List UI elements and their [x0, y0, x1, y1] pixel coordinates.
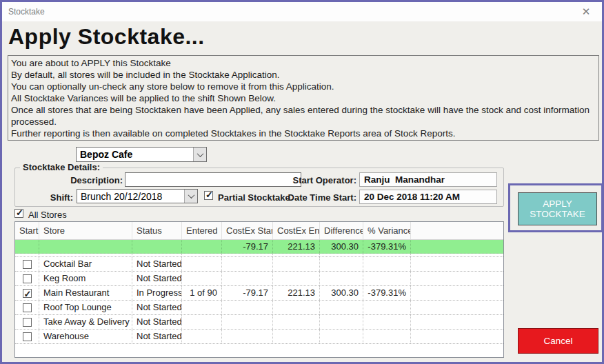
dropdown-arrow-button[interactable]: [193, 148, 206, 161]
description-input[interactable]: [125, 172, 301, 187]
store-variance: [363, 257, 411, 271]
store-entered: [182, 315, 222, 329]
close-icon[interactable]: ✕: [578, 5, 594, 19]
store-costex-start: -79.17: [222, 286, 273, 300]
intro-line: You are about to APPLY this Stocktake: [11, 57, 596, 69]
title-bar: Stocktake ✕: [2, 2, 602, 21]
venue-select-value: Bepoz Cafe: [77, 149, 193, 160]
date-time-start-value: 20 Dec 2018 11:20 AM: [359, 190, 497, 204]
column-header[interactable]: Entered: [182, 222, 222, 239]
all-stores-label: All Stores: [28, 210, 67, 220]
table-row[interactable]: Main Restaurant In Progress 1 of 90 -79.…: [15, 286, 503, 301]
store-name: Roof Top Lounge: [39, 301, 132, 314]
table-row[interactable]: Warehouse Not Started: [15, 330, 503, 344]
store-entered: 1 of 90: [182, 286, 222, 300]
store-costex-start: [222, 272, 273, 285]
store-costex-end: [273, 315, 320, 329]
store-start-checkbox[interactable]: [23, 274, 32, 283]
column-header[interactable]: % Variance: [363, 222, 411, 239]
partial-stocktake-checkbox[interactable]: [204, 191, 213, 200]
column-header[interactable]: Status: [132, 222, 182, 239]
window-title: Stocktake: [8, 7, 45, 17]
chevron-down-icon: [188, 192, 194, 199]
total-variance: -379.31%: [363, 240, 411, 253]
store-difference: [320, 272, 363, 285]
apply-stocktake-button[interactable]: APPLY STOCKTAKE: [518, 192, 597, 225]
store-status: Not Started: [132, 272, 182, 285]
all-stores-checkbox[interactable]: [14, 209, 23, 218]
description-label: Description:: [57, 175, 123, 185]
store-costex-start: [222, 330, 273, 343]
table-row[interactable]: Take Away & Delivery Not Started: [15, 315, 503, 330]
store-entered: [182, 330, 222, 343]
store-name: Keg Room: [39, 272, 132, 285]
shift-select[interactable]: Brunch 20/12/2018: [77, 189, 198, 203]
table-row[interactable]: Cocktail Bar Not Started: [15, 257, 503, 272]
store-costex-start: [222, 315, 273, 329]
column-header[interactable]: CostEx Start: [222, 222, 273, 239]
store-costex-end: [273, 272, 320, 285]
column-header[interactable]: CostEx End: [273, 222, 320, 239]
store-difference: [320, 315, 363, 329]
store-name: Warehouse: [39, 330, 132, 343]
partial-stocktake-label: Partial Stocktake: [218, 192, 290, 203]
store-costex-end: [273, 301, 320, 314]
store-start-checkbox[interactable]: [23, 260, 32, 269]
store-status: Not Started: [132, 257, 182, 271]
store-start-checkbox[interactable]: [23, 289, 32, 298]
intro-line: Once all stores that are being Stocktake…: [11, 104, 596, 128]
intro-line: You can optionally un-check any store be…: [11, 81, 596, 92]
store-difference: [320, 330, 363, 343]
stores-table: Start Store Status Entered CostEx Start …: [14, 221, 504, 358]
totals-row: -79.17 221.13 300.30 -379.31%: [15, 240, 503, 254]
store-variance: [363, 272, 411, 285]
store-variance: [363, 315, 411, 329]
dropdown-arrow-button[interactable]: [184, 190, 197, 203]
store-costex-end: [273, 257, 320, 271]
stocktake-dialog: Stocktake ✕ Apply Stocktake... You are a…: [0, 0, 604, 364]
column-header[interactable]: Store: [39, 222, 132, 239]
column-header[interactable]: Start: [15, 222, 39, 239]
store-costex-end: 221.13: [273, 286, 320, 300]
store-start-checkbox[interactable]: [23, 303, 32, 312]
store-costex-end: [273, 330, 320, 343]
store-variance: [363, 330, 411, 343]
table-row[interactable]: Roof Top Lounge Not Started: [15, 301, 503, 315]
shift-select-value: Brunch 20/12/2018: [77, 191, 184, 202]
table-row[interactable]: Keg Room Not Started: [15, 272, 503, 286]
total-difference: 300.30: [320, 240, 363, 253]
store-status: In Progress: [132, 286, 182, 300]
store-variance: [363, 301, 411, 314]
intro-text-box: You are about to APPLY this Stocktake By…: [8, 55, 599, 141]
chevron-down-icon: [197, 150, 203, 157]
cancel-button[interactable]: Cancel: [518, 328, 598, 354]
store-name: Take Away & Delivery: [39, 315, 132, 329]
store-variance: -379.31%: [363, 286, 411, 300]
store-difference: 300.30: [320, 286, 363, 300]
intro-line: Further reporting is then available on c…: [11, 128, 596, 139]
intro-line: All Stocktake Variances will be applied …: [11, 92, 596, 104]
store-entered: [182, 301, 222, 314]
store-start-checkbox[interactable]: [23, 318, 32, 327]
store-difference: [320, 257, 363, 271]
store-difference: [320, 301, 363, 314]
intro-line: By default, all stores will be included …: [11, 69, 596, 81]
store-start-checkbox[interactable]: [23, 332, 32, 341]
shift-label: Shift:: [40, 192, 73, 203]
start-operator-value: Ranju Manandhar: [359, 172, 497, 187]
store-status: Not Started: [132, 301, 182, 314]
store-entered: [182, 257, 222, 271]
date-time-start-label: Date Time Start:: [281, 192, 356, 203]
venue-select[interactable]: Bepoz Cafe: [76, 147, 207, 162]
total-costex-start: -79.17: [222, 240, 273, 253]
store-name: Main Restaurant: [39, 286, 132, 300]
start-operator-label: Start Operator:: [285, 175, 356, 185]
store-costex-start: [222, 257, 273, 271]
column-header[interactable]: Difference: [320, 222, 363, 239]
store-status: Not Started: [132, 330, 182, 343]
store-name: Cocktail Bar: [39, 257, 132, 271]
store-entered: [182, 272, 222, 285]
group-label: Stocktake Details:: [20, 162, 103, 172]
table-header-row: Start Store Status Entered CostEx Start …: [15, 222, 503, 240]
total-costex-end: 221.13: [273, 240, 320, 253]
